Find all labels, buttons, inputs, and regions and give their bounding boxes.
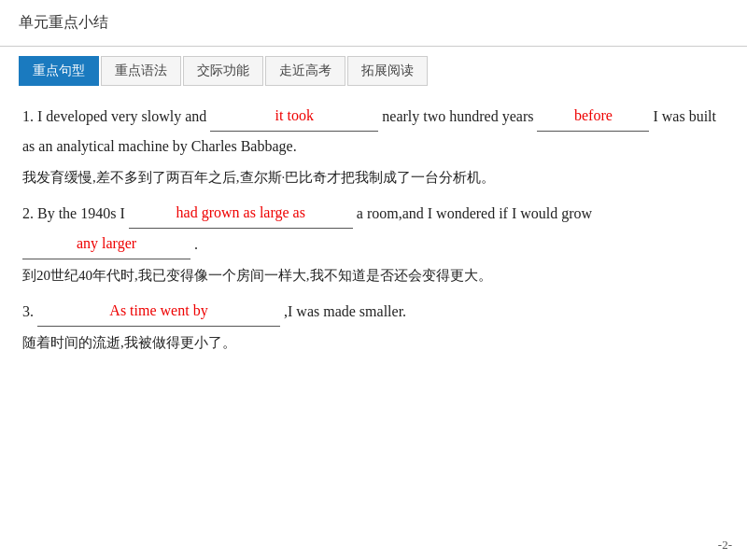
sentence-2-blank2: any larger	[22, 229, 190, 259]
page-title: 单元重点小结	[19, 13, 108, 33]
tab-key-sentences[interactable]: 重点句型	[19, 56, 99, 86]
sentence-1-chinese: 我发育缓慢,差不多到了两百年之后,查尔斯·巴比奇才把我制成了一台分析机。	[22, 165, 725, 190]
sentence-3-after: ,I was made smaller.	[284, 303, 406, 319]
main-content: 1. I developed very slowly and it took n…	[0, 86, 747, 378]
sentence-1-before1: I developed very slowly and	[37, 108, 210, 124]
tab-gaokao[interactable]: 走近高考	[265, 56, 345, 86]
sentence-2-blank1: had grown as large as	[129, 198, 353, 229]
sentence-2-num: 2.	[22, 205, 34, 221]
sentence-3-num: 3.	[22, 303, 34, 319]
sentence-2-after1: a room,and I wondered if I would grow	[357, 205, 592, 221]
tabs-bar: 重点句型 重点语法 交际功能 走近高考 拓展阅读	[0, 47, 747, 86]
sentence-1-blank1: it took	[210, 101, 378, 132]
page-number: -2-	[718, 538, 732, 553]
tab-communication[interactable]: 交际功能	[183, 56, 263, 86]
sentence-1-between: nearly two hundred years	[382, 108, 537, 124]
sentence-3: 3. As time went by ,I was made smaller.	[22, 296, 725, 327]
tab-reading[interactable]: 拓展阅读	[347, 56, 428, 86]
sentence-1: 1. I developed very slowly and it took n…	[22, 101, 725, 161]
sentence-2-before1: By the 1940s I	[37, 205, 129, 221]
sentence-3-fill1: As time went by	[109, 302, 207, 318]
sentence-3-blank1: As time went by	[37, 296, 280, 327]
sentence-1-fill2: before	[574, 107, 613, 123]
sentence-1-num: 1.	[22, 108, 34, 124]
sentence-2-after2: .	[194, 236, 198, 252]
sentence-2-fill2: any larger	[77, 235, 136, 251]
sentence-2-fill1: had grown as large as	[176, 204, 305, 220]
sentence-2: 2. By the 1940s I had grown as large as …	[22, 198, 725, 259]
sentence-1-blank2: before	[537, 101, 649, 132]
sentence-1-fill1: it took	[275, 107, 314, 123]
tab-key-grammar[interactable]: 重点语法	[101, 56, 181, 86]
sentence-2-chinese: 到20世纪40年代时,我已变得像一个房间一样大,我不知道是否还会变得更大。	[22, 263, 725, 288]
sentence-3-chinese: 随着时间的流逝,我被做得更小了。	[22, 330, 725, 356]
header: 单元重点小结	[0, 0, 747, 47]
